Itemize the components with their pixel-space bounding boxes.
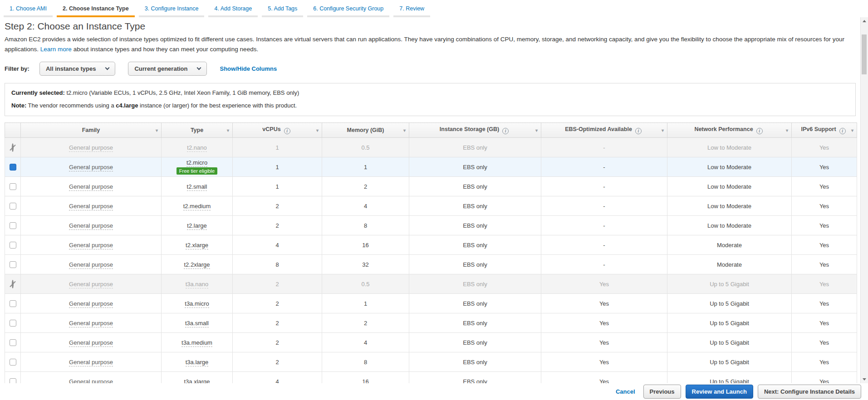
chevron-down-icon [105,66,110,70]
instance-row-t2.large[interactable]: General purposet2.large28EBS only-Low to… [5,216,857,235]
cancel-button[interactable]: Cancel [616,388,635,395]
sort-caret-icon[interactable]: ▾ [535,128,538,133]
info-icon[interactable]: i [839,128,846,134]
column-header-ebs-optimized-available[interactable]: EBS-Optimized Availablei▾ [541,123,667,138]
sort-caret-icon[interactable]: ▾ [662,128,664,133]
row-checkbox[interactable] [10,378,16,383]
row-select-cell[interactable] [5,352,21,372]
row-checkbox[interactable] [10,261,16,268]
sort-caret-icon[interactable]: ▾ [786,128,788,133]
wizard-step-3[interactable]: 3. Configure Instance [139,2,205,17]
cell-storage: EBS only [409,313,541,333]
column-header-type[interactable]: Type▾ [162,123,233,138]
filter-dropdown-2[interactable]: Current generation [128,62,207,76]
wizard-step-7[interactable]: 7. Review [393,2,430,17]
row-checkbox[interactable] [10,222,16,229]
selection-info-box: Currently selected: t2.micro (Variable E… [5,83,856,116]
column-header-family[interactable]: Family▾ [21,123,162,138]
row-select-cell[interactable] [5,235,21,255]
instance-row-t3a.xlarge[interactable]: General purposet3a.xlarge416EBS onlyYesU… [5,372,857,383]
currently-selected-line: Currently selected: t2.micro (Variable E… [11,89,849,96]
scrollbar-down-arrow-icon[interactable] [861,376,868,383]
family-tooltip-text: General purpose [69,300,113,308]
column-header-memory-gib-[interactable]: Memory (GiB)▾ [322,123,409,138]
learn-more-link[interactable]: Learn more [40,46,72,53]
info-icon[interactable]: i [284,128,290,134]
row-select-cell[interactable] [5,313,21,333]
cell-memory: 0.5 [322,138,409,157]
column-header-network-performance[interactable]: Network Performancei▾ [667,123,792,138]
scrollbar-thumb[interactable] [862,34,867,74]
instance-row-t3a.large[interactable]: General purposet3a.large28EBS onlyYesUp … [5,352,857,372]
column-header-ipv6-support[interactable]: IPv6 Supporti▾ [792,123,857,138]
wizard-step-6[interactable]: 6. Configure Security Group [307,2,389,17]
row-select-cell[interactable] [5,333,21,352]
row-checkbox[interactable] [10,242,16,249]
instance-row-t3a.medium[interactable]: General purposet3a.medium24EBS onlyYesUp… [5,333,857,352]
scrollbar-up-arrow-icon[interactable] [861,17,868,25]
row-checkbox[interactable] [10,320,16,327]
cell-family: General purpose [21,235,162,255]
instance-row-t3a.nano[interactable]: General purposet3a.nano20.5EBS onlyYesUp… [5,274,857,294]
cell-ipv6: Yes [792,216,857,235]
cell-memory: 1 [322,294,409,313]
row-select-cell[interactable] [5,294,21,313]
cell-memory: 16 [322,235,409,255]
review-and-launch-button[interactable]: Review and Launch [686,385,753,399]
cell-type: t2.medium [162,196,233,216]
vendor-note-line: Note: The vendor recommends using a c4.l… [11,102,849,109]
row-select-cell[interactable] [5,216,21,235]
cell-network: Up to 5 Gigabit [667,333,792,352]
row-checkbox[interactable] [10,164,16,171]
cell-ebs_optimized: Yes [541,333,667,352]
info-icon[interactable]: i [756,128,763,134]
column-header-instance-storage-gb-[interactable]: Instance Storage (GB)i▾ [409,123,541,138]
cell-network: Up to 5 Gigabit [667,294,792,313]
main-content: Step 2: Choose an Instance Type Amazon E… [0,17,860,383]
row-checkbox[interactable] [10,183,16,190]
instance-row-t2.xlarge[interactable]: General purposet2.xlarge416EBS only-Mode… [5,235,857,255]
instance-row-t3a.micro[interactable]: General purposet3a.micro21EBS onlyYesUp … [5,294,857,313]
column-header-vcpus[interactable]: vCPUsi▾ [233,123,322,138]
wizard-step-5[interactable]: 5. Add Tags [262,2,303,17]
instance-row-t2.small[interactable]: General purposet2.small12EBS only-Low to… [5,177,857,196]
row-select-cell[interactable] [5,372,21,383]
show-hide-columns-link[interactable]: Show/Hide Columns [220,65,277,72]
instance-row-t2.2xlarge[interactable]: General purposet2.2xlarge832EBS only-Mod… [5,255,857,274]
sort-caret-icon[interactable]: ▾ [403,128,406,133]
family-tooltip-text: General purpose [69,164,113,171]
sort-caret-icon[interactable]: ▾ [851,128,853,133]
instance-row-t2.nano[interactable]: General purposet2.nano10.5EBS only-Low t… [5,138,857,157]
cell-ipv6: Yes [792,235,857,255]
instance-row-t3a.small[interactable]: General purposet3a.small22EBS onlyYesUp … [5,313,857,333]
info-icon[interactable]: i [502,128,509,134]
sort-caret-icon[interactable]: ▾ [227,128,229,133]
previous-button[interactable]: Previous [643,385,681,399]
row-checkbox[interactable] [10,359,16,366]
cell-storage: EBS only [409,294,541,313]
vertical-scrollbar[interactable] [860,17,868,383]
row-select-cell[interactable] [5,196,21,216]
instance-row-t2.medium[interactable]: General purposet2.medium24EBS only-Low t… [5,196,857,216]
cell-vcpus: 2 [233,313,322,333]
wizard-steps-bar: 1. Choose AMI2. Choose Instance Type3. C… [0,0,868,17]
wizard-step-4[interactable]: 4. Add Storage [208,2,258,17]
row-checkbox[interactable] [10,300,16,307]
wizard-step-2[interactable]: 2. Choose Instance Type [57,2,135,17]
sort-caret-icon[interactable]: ▾ [156,128,158,133]
instance-row-t2.micro[interactable]: General purposet2.microFree tier eligibl… [5,157,857,177]
row-select-cell[interactable] [5,177,21,196]
sort-caret-icon[interactable]: ▾ [316,128,319,133]
info-icon[interactable]: i [635,128,642,134]
row-select-cell[interactable] [5,255,21,274]
row-checkbox[interactable] [10,339,16,346]
next-configure-instance-details-button[interactable]: Next: Configure Instance Details [758,385,861,399]
cell-memory: 8 [322,352,409,372]
filter-dropdown-1[interactable]: All instance types [39,62,116,76]
cell-vcpus: 2 [233,333,322,352]
cell-memory: 4 [322,333,409,352]
type-tooltip-text: t2.medium [183,203,211,210]
row-select-cell[interactable] [5,157,21,177]
wizard-step-1[interactable]: 1. Choose AMI [4,2,53,17]
row-checkbox[interactable] [10,203,16,210]
